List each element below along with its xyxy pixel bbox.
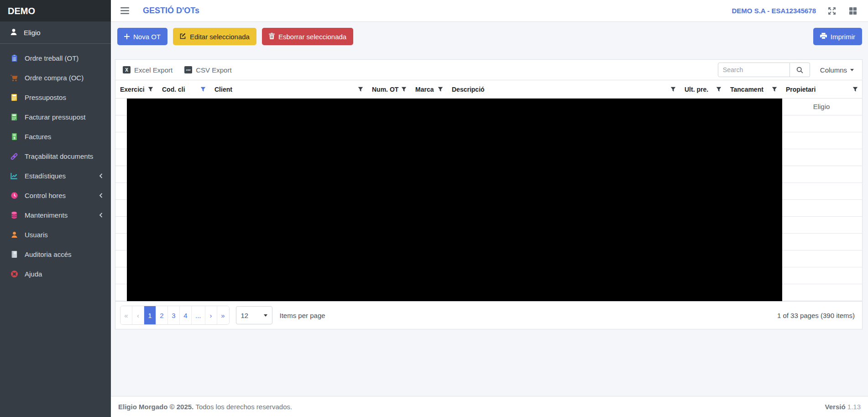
new-ot-button[interactable]: Nova OT [117,28,167,45]
printer-icon [820,33,827,41]
filter-icon[interactable] [358,87,363,92]
filter-icon[interactable] [401,87,407,92]
grid-toolbar: X Excel Export csv CSV Export [115,60,862,80]
user-icon [10,231,19,239]
column-header-propietari[interactable]: Propietari [781,80,862,98]
column-header-cod-cli[interactable]: Cod. cli [157,80,210,98]
propietari-cell [781,284,862,301]
book-icon [10,250,19,258]
propietari-cell: Eligio [781,99,862,115]
sidebar-item-tracabilitat[interactable]: Traçabilitat documents [0,146,111,166]
column-header-tancament[interactable]: Tancament [726,80,781,98]
pager-last-button[interactable]: » [217,306,229,324]
sidebar-item-label: Ordre treball (OT) [25,54,78,62]
grid-header-row: Exercici Cod. cli Client Num. OT [115,80,862,99]
page-title: GESTIÓ D'OTs [143,6,199,16]
user-panel[interactable]: Eligio [0,22,111,44]
propietari-cell [781,200,862,216]
search-group [718,63,810,77]
sidebar-item-control-hores[interactable]: Control hores [0,186,111,205]
plus-icon [124,33,130,41]
csv-export-button[interactable]: csv CSV Export [184,66,231,74]
propietari-cell [781,115,862,132]
sidebar-item-auditoria[interactable]: Auditoria accés [0,245,111,264]
footer-rights: Todos los derechos reservados. [195,403,292,411]
sidebar-item-label: Ajuda [25,270,42,278]
actions-row: Nova OT Editar seleccionada Esborrar sel… [117,28,862,45]
sidebar-item-usuaris[interactable]: Usuaris [0,225,111,245]
pager-page-1[interactable]: 1 [144,306,156,324]
calculator-icon [10,113,19,121]
sidebar-item-ordre-compra[interactable]: Ordre compra (OC) [0,68,111,88]
database-icon [10,211,19,219]
redacted-area [127,99,782,301]
pager-first-button[interactable]: « [120,306,132,324]
column-header-ult-pre[interactable]: Ult. pre. [680,80,726,98]
pager-prev-button[interactable]: ‹ [132,306,144,324]
pager-next-button[interactable]: › [205,306,217,324]
column-header-descripcio[interactable]: Descripció [447,80,680,98]
filter-icon[interactable] [852,87,858,92]
column-header-client[interactable]: Client [210,80,367,98]
cart-icon [10,74,19,82]
pager-group: « ‹ 1 2 3 4 ... › » [120,306,230,325]
sidebar-item-label: Usuaris [25,231,48,239]
grid-view-icon[interactable] [848,6,858,16]
sidebar-item-label: Pressupostos [25,94,66,101]
chart-icon [10,172,19,180]
sidebar-item-label: Control hores [25,192,66,199]
sidebar-item-ordre-treball[interactable]: Ordre treball (OT) [0,48,111,68]
filter-icon[interactable] [438,87,443,92]
company-name: DEMO S.A - ESA12345678 [732,7,816,15]
pager-page-2[interactable]: 2 [156,306,168,324]
propietari-cell [781,183,862,199]
sidebar-item-estadistiques[interactable]: Estadístiques [0,166,111,186]
sidebar-item-pressupostos[interactable]: Pressupostos [0,88,111,107]
sidebar-item-ajuda[interactable]: Ajuda [0,264,111,284]
user-name: Eligio [24,29,41,36]
sidebar-item-facturar-pressupost[interactable]: Facturar pressupost [0,107,111,127]
pager-page-3[interactable]: 3 [168,306,180,324]
filter-icon[interactable] [148,87,153,92]
chevron-left-icon [99,213,103,218]
search-input[interactable] [718,63,790,77]
filter-icon-active[interactable] [200,87,206,92]
csv-icon: csv [184,66,192,73]
delete-selected-button[interactable]: Esborrar seleccionada [262,28,353,45]
filter-icon[interactable] [772,87,777,92]
menu-toggle-icon[interactable] [119,5,131,16]
grid-body: Eligio [115,99,862,301]
pager-more-button[interactable]: ... [192,306,205,324]
grid-card: X Excel Export csv CSV Export [115,59,863,329]
link-icon [10,152,19,161]
columns-button[interactable]: Columns [816,66,858,74]
grid-pager: « ‹ 1 2 3 4 ... › » 12 Items per pag [115,301,862,329]
propietari-cell [781,217,862,233]
sidebar-item-label: Manteniments [25,211,68,219]
main-area: GESTIÓ D'OTs DEMO S.A - ESA12345678 Nova… [111,0,868,417]
svg-text:$: $ [13,136,15,140]
sidebar-menu: Ordre treball (OT) Ordre compra (OC) Pre… [0,44,111,284]
propietari-cell [781,234,862,250]
sidebar-item-label: Traçabilitat documents [25,152,93,160]
brand-logo[interactable]: DEMO [0,0,111,22]
filter-icon[interactable] [670,87,676,92]
sidebar-item-label: Facturar pressupost [25,113,85,121]
sidebar-item-factures[interactable]: $ Factures [0,127,111,146]
column-header-marca[interactable]: Marca [411,80,447,98]
pager-page-4[interactable]: 4 [180,306,192,324]
page-size-select[interactable]: 12 [236,306,272,324]
column-header-num-ot[interactable]: Num. OT [367,80,411,98]
column-header-exercici[interactable]: Exercici [115,80,157,98]
sidebar-item-manteniments[interactable]: Manteniments [0,205,111,225]
fullscreen-icon[interactable] [827,6,837,16]
app-root: DEMO Eligio Ordre treball (OT) Ordre com… [0,0,868,417]
sidebar-item-label: Estadístiques [25,172,66,180]
edit-selected-button[interactable]: Editar seleccionada [173,28,256,45]
filter-icon[interactable] [716,87,722,92]
user-icon [10,28,18,38]
search-icon[interactable] [790,63,810,77]
propietari-cell [781,250,862,267]
excel-export-button[interactable]: X Excel Export [123,66,173,74]
print-button[interactable]: Imprimir [813,28,862,45]
